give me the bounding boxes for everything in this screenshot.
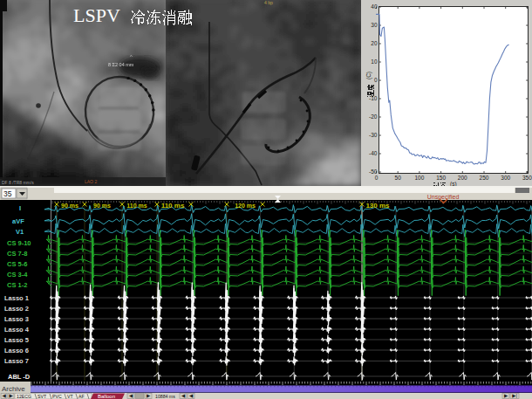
svg-text:300: 300 — [501, 175, 510, 181]
svg-text:110 ms: 110 ms — [126, 203, 147, 209]
svg-text:Lasso 7: Lasso 7 — [4, 357, 29, 365]
svg-text:250: 250 — [480, 175, 489, 181]
svg-text:-20: -20 — [369, 114, 378, 120]
svg-text:Balloon: Balloon — [98, 394, 115, 399]
svg-text:350: 350 — [522, 175, 532, 181]
svg-text:V1: V1 — [16, 228, 24, 236]
svg-text:Lasso 3: Lasso 3 — [4, 315, 29, 323]
svg-text:130 ms: 130 ms — [365, 202, 390, 210]
svg-text:150: 150 — [436, 175, 446, 181]
svg-text:10: 10 — [371, 58, 378, 65]
svg-text:AF: AF — [78, 394, 85, 399]
svg-text:Lasso 2: Lasso 2 — [4, 305, 29, 313]
svg-text:CS 1-2: CS 1-2 — [7, 281, 27, 289]
svg-text:0: 0 — [375, 175, 379, 181]
svg-text:-40: -40 — [369, 150, 378, 156]
svg-text:Lasso 6: Lasso 6 — [4, 347, 29, 354]
svg-text:110 ms: 110 ms — [161, 202, 185, 210]
svg-text:90 ms: 90 ms — [61, 203, 78, 209]
svg-text:▶|: ▶| — [512, 393, 517, 398]
svg-text:100: 100 — [414, 175, 424, 181]
svg-text:^: ^ — [130, 54, 133, 59]
svg-text:120 ms: 120 ms — [235, 203, 256, 209]
svg-text:8 Σ2 04 mm: 8 Σ2 04 mm — [108, 62, 134, 67]
svg-text:LAO 2: LAO 2 — [85, 179, 97, 184]
svg-text:50: 50 — [395, 175, 402, 181]
svg-text:20: 20 — [371, 40, 378, 46]
svg-text:CS 9-10: CS 9-10 — [7, 239, 31, 247]
svg-text:CS 7-8: CS 7-8 — [7, 250, 27, 258]
svg-text:Lasso 4: Lasso 4 — [4, 326, 30, 334]
svg-text:12ECG: 12ECG — [17, 394, 31, 399]
svg-text:(C): (C) — [365, 72, 372, 79]
svg-text:CS 5-6: CS 5-6 — [7, 260, 27, 268]
svg-text:SVT: SVT — [38, 394, 47, 399]
svg-text:10884 ms: 10884 ms — [155, 394, 175, 399]
svg-text:30: 30 — [371, 22, 378, 28]
svg-text:I: I — [19, 204, 21, 212]
svg-text:VT: VT — [67, 394, 73, 399]
svg-text:35: 35 — [3, 189, 12, 198]
svg-text:200: 200 — [458, 175, 467, 181]
svg-text:LSPV: LSPV — [73, 4, 120, 26]
svg-text:ABL -D: ABL -D — [8, 373, 31, 381]
svg-text:90 ms: 90 ms — [93, 203, 111, 209]
svg-text:Archive: Archive — [2, 385, 25, 393]
svg-text:Lasso 5: Lasso 5 — [4, 336, 29, 344]
svg-text:-30: -30 — [369, 132, 378, 138]
svg-text:Lasso 1: Lasso 1 — [4, 294, 29, 302]
svg-text:aVF: aVF — [12, 217, 24, 225]
svg-text:CS 3-4: CS 3-4 — [7, 271, 28, 279]
svg-text:PVC: PVC — [52, 394, 62, 399]
svg-text:0: 0 — [374, 77, 378, 83]
svg-text:4 bp: 4 bp — [264, 0, 273, 5]
svg-text:DF 8 /TR8 mm/s: DF 8 /TR8 mm/s — [2, 180, 34, 185]
svg-text:Unspecified: Unspecified — [427, 194, 460, 201]
